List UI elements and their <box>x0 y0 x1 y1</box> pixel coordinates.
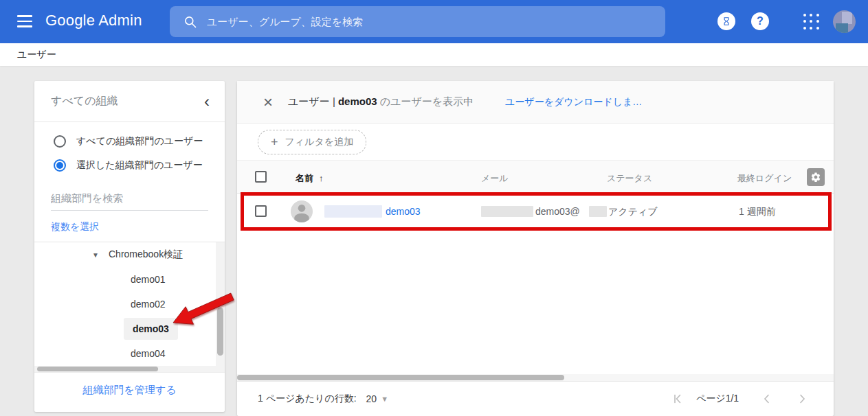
user-status: アクティブ <box>608 206 658 218</box>
sidebar-title: すべての組織 <box>51 94 118 108</box>
tree-node-parent[interactable]: ▼ Chromebook検証 <box>34 242 225 267</box>
global-search-input[interactable] <box>207 16 665 27</box>
column-name[interactable]: 名前↑ <box>296 172 324 185</box>
table-row[interactable]: demo03 demo03@ アクティブ 1 週間前 <box>237 194 834 229</box>
tasks-hourglass-icon[interactable] <box>717 12 735 30</box>
sort-asc-icon[interactable]: ↑ <box>319 173 324 183</box>
tree-node-demo02[interactable]: demo02 <box>34 292 225 316</box>
pagination-footer: 1 ページあたりの行数: 20 ▼ ページ1/1 <box>237 381 834 416</box>
collapse-chevron-left-icon[interactable]: ‹ <box>204 93 210 110</box>
apps-grid-icon[interactable] <box>803 13 821 31</box>
rows-per-page-value[interactable]: 20 <box>366 393 377 404</box>
radio-unselected-icon[interactable] <box>54 135 66 148</box>
org-search-input[interactable] <box>51 192 208 211</box>
tree-node-demo03-selected[interactable]: demo03 <box>34 316 225 341</box>
org-sidebar: すべての組織 ‹ すべての組織部門のユーザー 選択した組織部門のユーザー 複数を… <box>34 81 225 412</box>
tree-node-demo01[interactable]: demo01 <box>34 267 225 292</box>
redacted-domain-box <box>589 206 607 217</box>
tree-node-demo04[interactable]: demo04 <box>34 341 225 366</box>
org-tree: ▼ Chromebook検証 demo01 demo02 demo03 demo… <box>34 242 225 366</box>
multi-select-link[interactable]: 複数を選択 <box>51 221 99 233</box>
tree-horizontal-scrollbar[interactable] <box>34 366 225 372</box>
redacted-name-box <box>324 205 382 218</box>
help-icon[interactable]: ? <box>751 12 769 30</box>
radio-selected-org-users[interactable]: 選択した組織部門のユーザー <box>34 153 225 177</box>
manage-org-units-link[interactable]: 組織部門を管理する <box>82 384 176 397</box>
global-search[interactable] <box>170 6 665 37</box>
user-last-login: 1 週間前 <box>739 206 776 218</box>
download-users-link[interactable]: ユーザーをダウンロードしま… <box>505 96 642 108</box>
radio-selected-icon[interactable] <box>54 159 66 172</box>
user-name-link[interactable]: demo03 <box>386 206 421 217</box>
account-avatar[interactable] <box>833 10 856 33</box>
column-last-login[interactable]: 最終ログイン <box>737 172 792 185</box>
rows-per-page-caret-icon[interactable]: ▼ <box>381 395 388 403</box>
tree-vertical-scrollbar[interactable] <box>216 242 225 366</box>
tree-vertical-scrollbar-thumb[interactable] <box>217 308 223 356</box>
table-horizontal-scrollbar[interactable] <box>237 374 834 381</box>
tree-expand-triangle-icon[interactable]: ▼ <box>92 251 99 259</box>
table-empty-area <box>237 229 834 374</box>
add-filter-chip[interactable]: + フィルタを追加 <box>258 130 366 154</box>
radio-all-org-users[interactable]: すべての組織部門のユーザー <box>34 129 225 153</box>
column-settings-gear-icon[interactable] <box>807 168 825 186</box>
plus-icon: + <box>271 136 278 148</box>
user-email: demo03@ <box>535 206 580 217</box>
first-page-icon[interactable] <box>671 393 684 405</box>
breadcrumb: ユーザー <box>0 43 868 66</box>
product-logo: Google Admin <box>45 12 142 30</box>
page-indicator: ページ1/1 <box>696 393 739 405</box>
close-icon[interactable]: × <box>263 94 273 111</box>
panel-title: ユーザー | demo03 のユーザーを表示中 <box>288 95 474 108</box>
user-avatar <box>291 200 313 222</box>
redacted-email-box <box>481 206 533 217</box>
next-page-icon[interactable] <box>796 393 808 405</box>
previous-page-icon[interactable] <box>761 393 773 405</box>
column-status[interactable]: ステータス <box>607 172 652 185</box>
row-checkbox[interactable] <box>255 205 267 217</box>
topbar: Google Admin ? <box>0 0 868 43</box>
search-icon <box>183 15 197 29</box>
users-panel: × ユーザー | demo03 のユーザーを表示中 ユーザーをダウンロードしま…… <box>237 81 834 416</box>
table-header: 名前↑ メール ステータス 最終ログイン <box>237 161 834 194</box>
select-all-checkbox[interactable] <box>255 171 267 183</box>
column-email[interactable]: メール <box>481 172 509 185</box>
tree-horizontal-scrollbar-thumb[interactable] <box>37 367 158 371</box>
rows-per-page-label: 1 ページあたりの行数: <box>258 393 357 405</box>
hamburger-menu-icon[interactable] <box>17 15 32 27</box>
table-horizontal-scrollbar-thumb[interactable] <box>237 375 564 380</box>
